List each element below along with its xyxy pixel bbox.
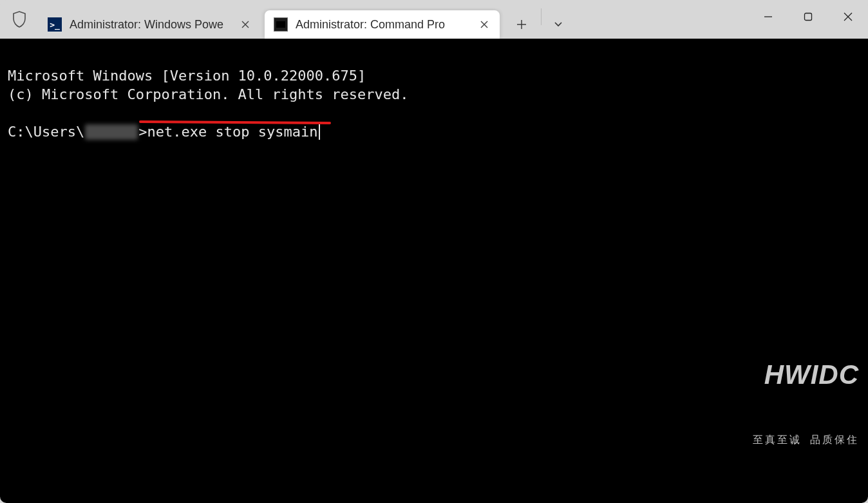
terminal-line: Microsoft Windows [Version 10.0.22000.67…: [8, 68, 366, 84]
prompt-suffix: >: [138, 122, 147, 141]
prompt-prefix: C:\Users\: [8, 122, 84, 141]
terminal-prompt-line: C:\Users\>net.exe stop sysmain: [8, 122, 860, 141]
terminal-output[interactable]: Microsoft Windows [Version 10.0.22000.67…: [0, 39, 868, 503]
tab-label: Administrator: Command Pro: [296, 18, 467, 32]
close-window-button[interactable]: [828, 0, 868, 33]
maximize-button[interactable]: [788, 0, 828, 33]
minimize-button[interactable]: [748, 0, 788, 33]
tab-close-button[interactable]: [475, 15, 493, 33]
tab-close-button[interactable]: [236, 15, 254, 33]
tab-separator: [541, 8, 542, 25]
tab-label: Administrator: Windows Powe: [70, 18, 229, 32]
tab-dropdown-button[interactable]: [545, 10, 571, 39]
prompt-username-blurred: [85, 124, 138, 140]
watermark-tagline: 至真至诚 品质保住: [753, 433, 859, 446]
window-controls: [748, 0, 868, 33]
powershell-icon: >_: [48, 17, 62, 32]
tab-powershell[interactable]: >_ Administrator: Windows Powe: [39, 10, 261, 39]
terminal-line: (c) Microsoft Corporation. All rights re…: [8, 86, 409, 102]
tab-cmd[interactable]: Administrator: Command Pro: [265, 10, 500, 39]
tab-strip: >_ Administrator: Windows Powe Administr…: [39, 0, 571, 39]
cursor: [319, 124, 320, 140]
cmd-icon: [274, 17, 288, 32]
watermark-logo: HWIDC: [753, 357, 859, 392]
shield-icon: [0, 0, 39, 39]
titlebar: >_ Administrator: Windows Powe Administr…: [0, 0, 868, 39]
watermark: HWIDC 至真至诚 品质保住: [753, 319, 859, 484]
new-tab-button[interactable]: [506, 10, 537, 39]
svg-rect-7: [805, 14, 812, 21]
typed-command: net.exe stop sysmain: [147, 122, 317, 141]
